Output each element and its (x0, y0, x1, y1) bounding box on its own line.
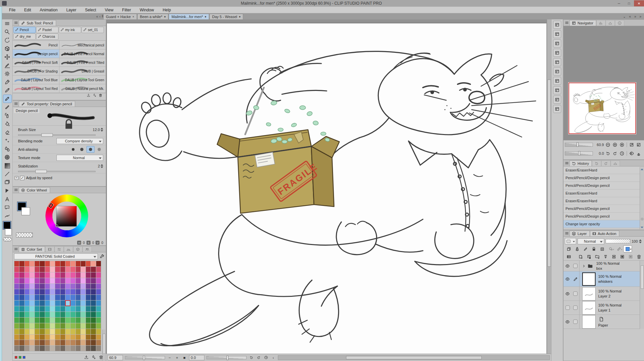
rotate-left-icon[interactable] (605, 150, 611, 156)
color-swatch[interactable] (96, 329, 101, 334)
new-raster-layer-icon[interactable] (577, 253, 584, 260)
color-swatch[interactable] (76, 318, 80, 323)
color-swatch[interactable] (96, 346, 101, 351)
panel-menu-icon[interactable] (13, 187, 19, 193)
history-item[interactable]: Pencil/Pencil/Design pencil (564, 205, 640, 213)
color-swatch[interactable] (96, 284, 101, 289)
subtool-item[interactable]: DAUB | Natural pencil Mk. (59, 84, 106, 93)
subtool-item[interactable]: DAUB | Layout Tool Blue (13, 76, 59, 84)
color-swatch[interactable] (76, 289, 80, 294)
color-swatch[interactable] (65, 340, 70, 345)
color-swatch[interactable] (55, 340, 60, 345)
tab-scroll-glyph[interactable]: ‹ (100, 15, 101, 18)
correction-line-tool[interactable] (3, 212, 12, 220)
color-swatch[interactable] (86, 312, 91, 317)
color-swatch[interactable] (96, 340, 101, 345)
collapsed-panel-icon[interactable] (553, 21, 561, 29)
color-swatch[interactable] (65, 289, 70, 294)
color-swatch[interactable] (70, 323, 75, 329)
color-swatch[interactable] (65, 323, 70, 329)
color-swatch[interactable] (91, 267, 96, 272)
color-swatch[interactable] (35, 289, 39, 294)
color-swatch[interactable] (86, 318, 91, 323)
color-swatch[interactable] (25, 295, 29, 300)
canvas-page[interactable]: FRAGILE (107, 23, 546, 354)
color-swatch[interactable] (76, 267, 80, 272)
move-tool[interactable] (3, 53, 12, 61)
flip-vertical-icon[interactable] (636, 150, 642, 156)
history-item[interactable]: Eraser/Eraser/Hard (564, 190, 640, 197)
history-item[interactable]: Eraser/Eraser/Hard (564, 197, 640, 205)
color-swatch[interactable] (40, 323, 44, 329)
color-swatch[interactable] (55, 267, 60, 272)
subtool-item[interactable]: DAUB | Layout Tool Green (59, 76, 106, 84)
color-swatch[interactable] (45, 346, 50, 351)
color-swatch[interactable] (91, 289, 96, 294)
color-swatch[interactable] (70, 346, 75, 351)
canvas-area[interactable]: FRAGILE (106, 19, 551, 361)
color-swatch[interactable] (96, 306, 101, 312)
color-swatch[interactable] (55, 306, 60, 312)
recent-color-chip[interactable] (15, 356, 17, 359)
color-swatch[interactable] (19, 300, 24, 306)
panel-menu-icon[interactable] (564, 231, 570, 236)
trash-icon[interactable] (99, 355, 104, 360)
color-swatch[interactable] (19, 261, 24, 266)
figure-tool[interactable] (3, 170, 12, 178)
fit-window-icon[interactable] (629, 142, 635, 148)
color-swatch[interactable] (81, 267, 86, 272)
color-swatch[interactable] (14, 267, 19, 272)
color-swatch[interactable] (76, 272, 80, 278)
color-swatch[interactable] (45, 278, 50, 283)
navigator-rotation-knob[interactable] (578, 151, 580, 155)
panel-tab[interactable]: Navigator (570, 20, 596, 26)
opacity-slider[interactable] (606, 239, 630, 243)
close-button[interactable]: ✕ (634, 0, 644, 6)
tab-bar-control-glyph[interactable]: « (629, 15, 631, 18)
color-swatch[interactable] (55, 335, 60, 340)
color-swatch[interactable] (55, 289, 60, 294)
color-swatch[interactable] (30, 267, 34, 272)
color-swatch[interactable] (70, 289, 75, 294)
color-swatch[interactable] (50, 329, 55, 334)
color-swatch[interactable] (25, 306, 29, 312)
color-swatch[interactable] (50, 346, 55, 351)
brush-size-slider-thumb[interactable] (41, 133, 53, 137)
color-swatch[interactable] (40, 272, 44, 278)
color-swatch[interactable] (14, 346, 19, 351)
panel-tab[interactable]: History (570, 160, 592, 166)
color-swatch[interactable] (14, 335, 19, 340)
frame-tool[interactable] (3, 178, 12, 187)
menu-help[interactable]: Help (158, 8, 175, 12)
zoom-in-button[interactable]: + (174, 355, 180, 360)
color-swatch[interactable] (86, 278, 91, 283)
vertical-scrollbar-thumb[interactable] (547, 80, 551, 267)
menu-file[interactable]: File (5, 8, 20, 12)
collapsed-panel-icon[interactable] (553, 77, 561, 85)
menu-edit[interactable]: Edit (20, 8, 35, 12)
color-swatch[interactable] (50, 335, 55, 340)
color-swatch[interactable] (60, 295, 65, 300)
color-swatch[interactable] (14, 323, 19, 329)
collapsed-panel-icon[interactable] (553, 58, 561, 66)
subtool-group-tab[interactable]: Charcoa (36, 33, 58, 40)
blending-mode-select[interactable]: Compare density (56, 138, 103, 144)
new-layer-settings-icon[interactable] (585, 253, 593, 260)
color-swatch[interactable] (30, 278, 34, 283)
color-swatch[interactable] (25, 300, 29, 306)
subtool-item[interactable]: DAUB | Greasil (59, 67, 106, 76)
color-swatch[interactable] (76, 312, 80, 317)
anti-aliasing-option[interactable] (87, 146, 95, 153)
color-swatch[interactable] (30, 272, 34, 278)
color-swatch[interactable] (81, 300, 86, 306)
actual-size-icon[interactable] (636, 142, 642, 148)
color-swatch[interactable] (70, 284, 75, 289)
histogram-tab[interactable] (596, 20, 606, 26)
brush-size-value[interactable]: 12.0 (93, 128, 103, 132)
sub-color-swatch[interactable] (5, 229, 12, 235)
subtool-item[interactable]: DAUB | Fine Pencil Normal (59, 49, 106, 58)
color-swatch[interactable] (35, 300, 39, 306)
expand-chevron-icon[interactable] (582, 264, 586, 268)
tab-bar-control-glyph[interactable]: ⌄ (623, 15, 626, 18)
color-swatch[interactable] (91, 340, 96, 345)
